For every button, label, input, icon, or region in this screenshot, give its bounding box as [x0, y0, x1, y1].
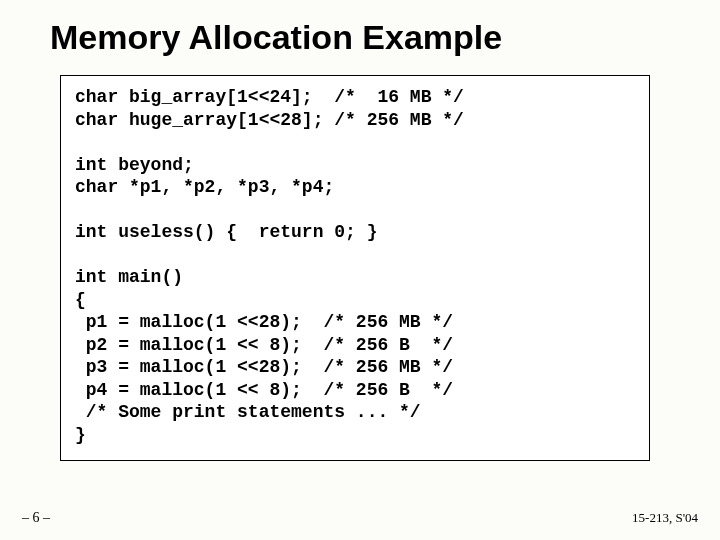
slide: Memory Allocation Example char big_array… [0, 0, 720, 540]
slide-title: Memory Allocation Example [50, 18, 680, 57]
course-tag: 15-213, S'04 [632, 510, 698, 526]
code-block: char big_array[1<<24]; /* 16 MB */ char … [60, 75, 650, 461]
page-number: – 6 – [22, 510, 50, 526]
